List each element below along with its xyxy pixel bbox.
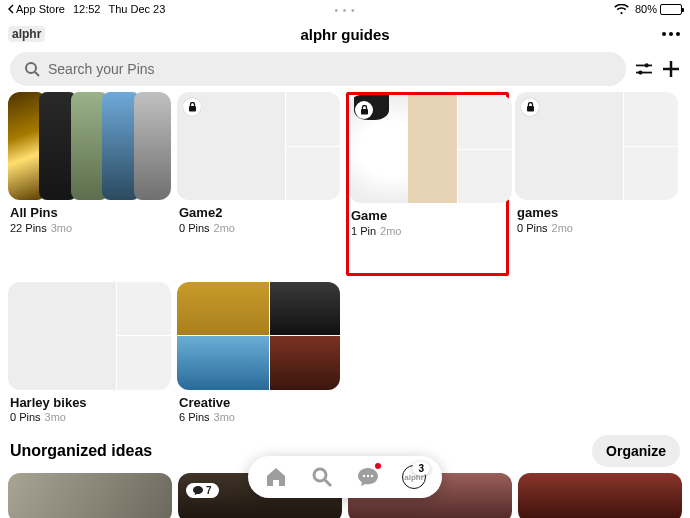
lock-icon: [521, 98, 539, 116]
board-card[interactable]: Game20 Pins2mo: [177, 92, 340, 276]
board-cover: [349, 95, 512, 203]
board-meta: 0 Pins2mo: [179, 222, 338, 234]
board-cover: [8, 92, 171, 200]
brand-logo: alphr: [8, 26, 45, 42]
speech-bubble-icon: [357, 466, 379, 488]
home-icon: [265, 466, 287, 488]
board-name: Game: [351, 207, 504, 225]
status-date: Thu Dec 23: [108, 3, 165, 15]
comment-badge: 7: [186, 483, 219, 498]
lock-icon: [183, 98, 201, 116]
board-cover: [515, 92, 678, 200]
battery-pct: 80%: [635, 3, 657, 15]
header: alphr alphr guides: [0, 18, 690, 50]
svg-point-2: [676, 32, 680, 36]
svg-point-3: [26, 63, 36, 73]
svg-rect-11: [189, 106, 196, 112]
unorganized-title: Unorganized ideas: [10, 442, 152, 460]
more-button[interactable]: [662, 32, 680, 36]
board-card[interactable]: games0 Pins2mo: [515, 92, 678, 276]
notification-dot-icon: [375, 463, 381, 469]
search-input[interactable]: Search your Pins: [10, 52, 626, 86]
board-card[interactable]: All Pins22 Pins3mo: [8, 92, 171, 276]
svg-point-18: [371, 475, 373, 477]
battery-indicator: 80%: [635, 3, 682, 15]
board-name: All Pins: [10, 204, 169, 222]
svg-point-17: [367, 475, 369, 477]
board-card[interactable]: Creative6 Pins3mo: [177, 282, 340, 424]
board-name: Creative: [179, 394, 338, 412]
board-card[interactable]: Harley bikes0 Pins3mo: [8, 282, 171, 424]
svg-point-14: [314, 469, 326, 481]
back-app-label: App Store: [16, 3, 65, 15]
board-meta: 1 Pin2mo: [351, 225, 504, 237]
svg-point-0: [662, 32, 666, 36]
board-meta: 22 Pins3mo: [10, 222, 169, 234]
multitask-indicator-icon[interactable]: • • •: [334, 5, 355, 16]
search-icon: [24, 61, 40, 77]
svg-line-4: [35, 72, 39, 76]
svg-rect-12: [361, 109, 368, 115]
status-bar: App Store 12:52 Thu Dec 23 • • • 80%: [0, 0, 690, 18]
board-card[interactable]: Game1 Pin2mo: [346, 92, 509, 276]
wifi-icon: [614, 4, 629, 15]
bottom-nav: alphr 3: [248, 456, 442, 498]
battery-icon: [660, 4, 682, 15]
board-meta: 0 Pins3mo: [10, 411, 169, 423]
speech-bubble-icon: [193, 486, 203, 496]
svg-point-1: [669, 32, 673, 36]
nav-badge: 3: [412, 462, 430, 475]
filter-button[interactable]: [636, 61, 652, 77]
svg-point-6: [645, 63, 649, 67]
svg-rect-13: [527, 106, 534, 112]
search-placeholder: Search your Pins: [48, 61, 155, 77]
nav-search[interactable]: [310, 465, 334, 489]
search-row: Search your Pins: [0, 50, 690, 92]
sliders-icon: [636, 61, 652, 77]
chevron-left-icon: [8, 4, 14, 14]
lock-icon: [355, 101, 373, 119]
svg-point-8: [638, 70, 642, 74]
more-icon: [662, 32, 680, 36]
board-name: Harley bikes: [10, 394, 169, 412]
organize-button[interactable]: Organize: [592, 435, 680, 467]
idea-thumb[interactable]: [8, 473, 172, 518]
board-cover: [177, 92, 340, 200]
plus-icon: [662, 60, 680, 78]
board-meta: 0 Pins2mo: [517, 222, 676, 234]
page-title: alphr guides: [300, 26, 389, 43]
add-button[interactable]: [662, 60, 680, 78]
svg-point-16: [363, 475, 365, 477]
nav-home[interactable]: [264, 465, 288, 489]
status-time: 12:52: [73, 3, 101, 15]
search-icon: [311, 466, 333, 488]
board-meta: 6 Pins3mo: [179, 411, 338, 423]
svg-line-15: [325, 480, 331, 486]
nav-messages[interactable]: [356, 465, 380, 489]
comment-count: 7: [206, 485, 212, 496]
idea-thumb[interactable]: [518, 473, 682, 518]
boards-grid: All Pins22 Pins3moGame20 Pins2moGame1 Pi…: [0, 92, 690, 423]
board-cover: [177, 282, 340, 390]
board-name: games: [517, 204, 676, 222]
board-cover: [8, 282, 171, 390]
status-left: App Store 12:52 Thu Dec 23: [8, 3, 165, 15]
status-right: 80%: [614, 3, 682, 15]
back-to-app[interactable]: App Store: [8, 3, 65, 15]
board-name: Game2: [179, 204, 338, 222]
